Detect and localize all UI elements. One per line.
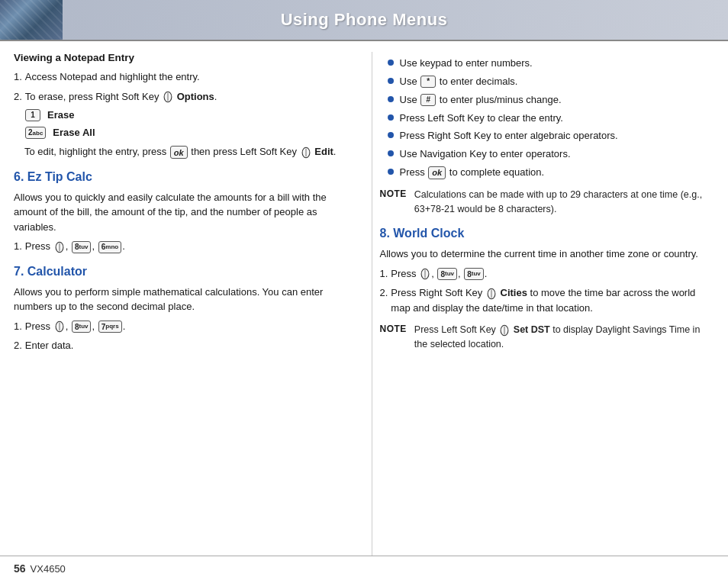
right-softkey-icon-8: [486, 288, 497, 300]
section8-heading: 8. World Clock: [380, 227, 715, 240]
page-footer: 56 VX4650: [0, 556, 728, 581]
key-hash-icon: #​: [420, 94, 436, 106]
key-8tuv-icon-6: 8tuv: [72, 241, 92, 253]
right-soft-key-icon: [163, 91, 173, 103]
erase-options-list: 1 Erase 2abc Erase All: [24, 108, 349, 140]
step-8-2: 2. Press Right Soft Key Cities to move t…: [380, 285, 715, 315]
erase-option-2: 2abc Erase All: [24, 126, 349, 140]
softkey-icon-note2: [499, 324, 510, 337]
key-6mno-icon: 6mno: [98, 241, 121, 253]
note-1-label: NOTE: [380, 188, 407, 199]
key-8tuv-icon-8b: 8tuv: [464, 268, 484, 280]
calculator-bullet-list: Use keypad to enter numbers. Use *​ to e…: [388, 56, 715, 180]
erase-option-1: 1 Erase: [24, 108, 349, 122]
softkey-icon-6: [54, 241, 65, 253]
ok-key-icon: ok: [170, 146, 188, 159]
step-8-1: 1. Press , 8tuv, 8tuv.: [380, 266, 715, 282]
ok-key-icon-bullet: ok: [428, 166, 446, 179]
header-image: [0, 0, 63, 40]
step-1-1: 1. Access Notepad and highlight the entr…: [14, 69, 349, 85]
main-content: Viewing a Notepad Entry 1. Access Notepa…: [0, 41, 728, 556]
section7-body: Allows you to perform simple mathematica…: [14, 285, 349, 314]
bullet-5: Press Right Soft Key to enter algebraic …: [388, 129, 715, 143]
bullet-4: Press Left Soft Key to clear the entry.: [388, 111, 715, 126]
key-8tuv-icon-7a: 8tuv: [72, 320, 92, 333]
step-7-2: 2. Enter data.: [14, 338, 349, 353]
note-1-text: Calculations can be made with up to 29 c…: [414, 188, 714, 217]
bullet-dot-4: [388, 114, 394, 121]
key-star-icon: *​: [420, 76, 436, 88]
bullet-dot-5: [388, 132, 394, 138]
edit-note: To edit, highlight the entry, press ok t…: [24, 144, 349, 159]
bullet-7: Press ok to complete equation.: [388, 166, 715, 180]
section1-heading: Viewing a Notepad Entry: [14, 52, 349, 63]
bullet-6: Use Navigation Key to enter operators.: [388, 147, 715, 162]
bullet-dot-7: [388, 169, 394, 175]
note-2: NOTE Press Left Soft Key Set DST to disp…: [380, 323, 715, 352]
right-column: Use keypad to enter numbers. Use *​ to e…: [372, 52, 715, 556]
step-6-1: 1. Press , 8tuv, 6mno.: [14, 239, 349, 254]
page-header: Using Phone Menus: [0, 0, 728, 40]
bullet-dot-3: [388, 96, 394, 102]
softkey-icon-8: [420, 268, 430, 280]
key-2abc-icon: 2abc: [25, 127, 46, 139]
left-soft-key-icon: [301, 147, 311, 159]
left-column: Viewing a Notepad Entry 1. Access Notepa…: [14, 52, 356, 556]
bullet-1: Use keypad to enter numbers.: [388, 56, 715, 71]
bullet-dot-1: [388, 60, 394, 66]
bullet-dot-6: [388, 150, 394, 156]
key-7pqrs-icon: 7pqrs: [98, 320, 122, 333]
header-title: Using Phone Menus: [63, 10, 728, 30]
softkey-icon-7: [54, 320, 65, 333]
step-7-1: 1. Press , 8tuv, 7pqrs.: [14, 319, 349, 334]
section6-body: Allows you to quickly and easily calcula…: [14, 190, 349, 235]
bullet-2: Use *​ to enter decimals.: [388, 75, 715, 89]
model-number: VX4650: [31, 563, 66, 575]
bullet-dot-2: [388, 78, 394, 84]
key-8tuv-icon-8a: 8tuv: [437, 268, 457, 280]
section8-body: Allows you to determine the current time…: [380, 246, 715, 262]
page-number: 56: [14, 562, 26, 575]
bullet-3: Use #​ to enter plus/minus change.: [388, 93, 715, 108]
key-1-icon: 1: [25, 109, 40, 121]
step-1-2: 2. To erase, press Right Soft Key Option…: [14, 89, 349, 105]
section6-heading: 6. Ez Tip Calc: [14, 170, 349, 184]
section7-heading: 7. Calculator: [14, 265, 349, 279]
note-2-text: Press Left Soft Key Set DST to display D…: [414, 323, 714, 352]
note-2-label: NOTE: [380, 324, 407, 334]
note-1: NOTE Calculations can be made with up to…: [380, 188, 715, 217]
